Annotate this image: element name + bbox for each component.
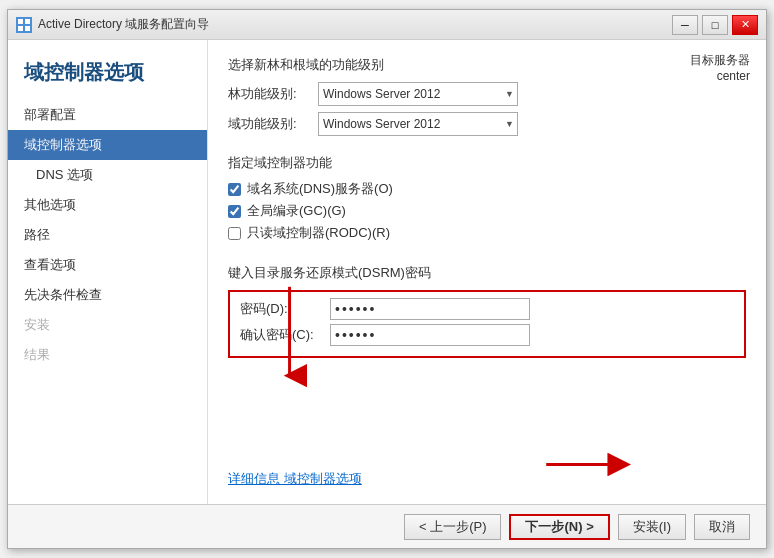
checkbox-dns-row: 域名系统(DNS)服务器(O) [228, 180, 746, 198]
maximize-button[interactable]: □ [702, 15, 728, 35]
minimize-button[interactable]: ─ [672, 15, 698, 35]
cancel-button[interactable]: 取消 [694, 514, 750, 540]
checkbox-gc-label: 全局编录(GC)(G) [247, 202, 346, 220]
close-button[interactable]: ✕ [732, 15, 758, 35]
svg-rect-3 [25, 26, 30, 31]
nav-item-prereq[interactable]: 先决条件检查 [8, 280, 207, 310]
page-title: 域控制器选项 [8, 60, 207, 100]
confirm-label: 确认密码(C): [240, 326, 330, 344]
main-window: Active Directory 域服务配置向导 ─ □ ✕ 域控制器选项 部署… [7, 9, 767, 549]
password-row: 密码(D): [240, 298, 734, 320]
svg-rect-1 [25, 19, 30, 24]
checkbox-rodc-label: 只读域控制器(RODC)(R) [247, 224, 390, 242]
forest-func-select[interactable]: Windows Server 2012 Windows Server 2008 … [318, 82, 518, 106]
confirm-row: 确认密码(C): [240, 324, 734, 346]
back-button[interactable]: < 上一步(P) [404, 514, 502, 540]
domain-func-label: 域功能级别: [228, 115, 318, 133]
detail-link[interactable]: 详细信息 域控制器选项 [228, 471, 362, 486]
right-panel: 目标服务器 center 选择新林和根域的功能级别 林功能级别: Windows… [208, 40, 766, 504]
next-button[interactable]: 下一步(N) > [509, 514, 609, 540]
checkbox-gc[interactable] [228, 205, 241, 218]
password-box: 密码(D): 确认密码(C): [228, 290, 746, 358]
svg-rect-0 [18, 19, 23, 24]
password-section-label: 键入目录服务还原模式(DSRM)密码 [228, 264, 746, 282]
top-right-info: 目标服务器 center [690, 52, 750, 83]
checkbox-rodc-row: 只读域控制器(RODC)(R) [228, 224, 746, 242]
title-bar-left: Active Directory 域服务配置向导 [16, 16, 209, 33]
window-controls: ─ □ ✕ [672, 15, 758, 35]
dc-options-label: 指定域控制器功能 [228, 154, 746, 172]
forest-func-label: 林功能级别: [228, 85, 318, 103]
checkbox-dns[interactable] [228, 183, 241, 196]
target-server-value: center [690, 69, 750, 83]
nav-item-deployment[interactable]: 部署配置 [8, 100, 207, 130]
nav-item-result: 结果 [8, 340, 207, 370]
domain-func-select-wrapper: Windows Server 2012 Windows Server 2008 … [318, 112, 518, 136]
footer: < 上一步(P) 下一步(N) > 安装(I) 取消 [8, 504, 766, 548]
nav-item-other[interactable]: 其他选项 [8, 190, 207, 220]
svg-rect-2 [18, 26, 23, 31]
nav-item-path[interactable]: 路径 [8, 220, 207, 250]
nav-list: 部署配置 域控制器选项 DNS 选项 其他选项 路径 查看选项 先决条件检查 安… [8, 100, 207, 370]
link-area: 详细信息 域控制器选项 [228, 460, 746, 488]
domain-func-row: 域功能级别: Windows Server 2012 Windows Serve… [228, 112, 746, 136]
nav-item-review[interactable]: 查看选项 [8, 250, 207, 280]
checkbox-rodc[interactable] [228, 227, 241, 240]
title-bar: Active Directory 域服务配置向导 ─ □ ✕ [8, 10, 766, 40]
content-area: 域控制器选项 部署配置 域控制器选项 DNS 选项 其他选项 路径 查看选项 先… [8, 40, 766, 504]
forest-section-label: 选择新林和根域的功能级别 [228, 56, 746, 74]
window-title: Active Directory 域服务配置向导 [38, 16, 209, 33]
nav-item-dns[interactable]: DNS 选项 [8, 160, 207, 190]
left-panel: 域控制器选项 部署配置 域控制器选项 DNS 选项 其他选项 路径 查看选项 先… [8, 40, 208, 504]
checkbox-gc-row: 全局编录(GC)(G) [228, 202, 746, 220]
password-label: 密码(D): [240, 300, 330, 318]
nav-item-install: 安装 [8, 310, 207, 340]
target-server-label: 目标服务器 [690, 52, 750, 69]
checkbox-dns-label: 域名系统(DNS)服务器(O) [247, 180, 393, 198]
install-button[interactable]: 安装(I) [618, 514, 686, 540]
nav-item-dc-options[interactable]: 域控制器选项 [8, 130, 207, 160]
domain-func-select[interactable]: Windows Server 2012 Windows Server 2008 … [318, 112, 518, 136]
forest-func-select-wrapper: Windows Server 2012 Windows Server 2008 … [318, 82, 518, 106]
confirm-input[interactable] [330, 324, 530, 346]
app-icon [16, 17, 32, 33]
password-input[interactable] [330, 298, 530, 320]
forest-func-row: 林功能级别: Windows Server 2012 Windows Serve… [228, 82, 746, 106]
checkbox-group: 域名系统(DNS)服务器(O) 全局编录(GC)(G) 只读域控制器(RODC)… [228, 180, 746, 246]
